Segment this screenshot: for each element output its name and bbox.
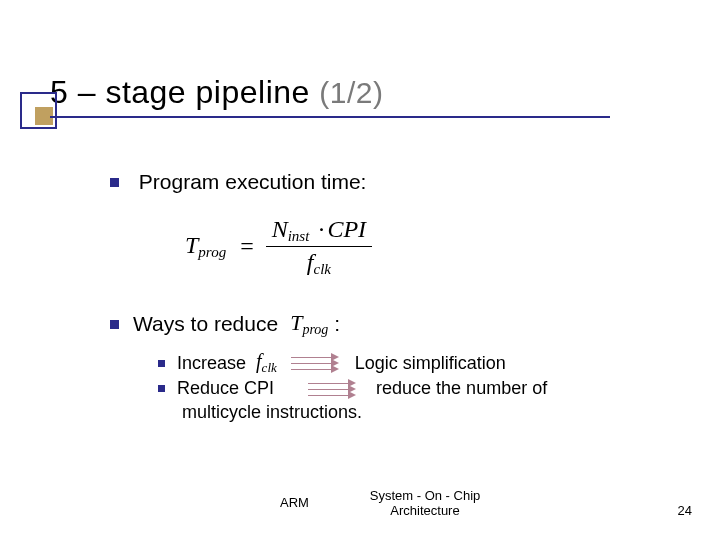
footer-left: ARM — [280, 495, 309, 510]
title-main: 5 – stage pipeline — [50, 74, 310, 110]
bullet-marker-icon — [110, 178, 119, 187]
page-number: 24 — [678, 503, 692, 518]
inline-tprog: Tprog — [290, 310, 328, 338]
sub2-line2: multicycle instructions. — [182, 402, 362, 422]
inline-T-sub: prog — [302, 322, 328, 337]
inline-fclk: fclk — [256, 350, 277, 376]
sub2-pre: Reduce CPI — [177, 378, 274, 399]
sub-text-pre: Increase — [177, 353, 246, 374]
slide-title: 5 – stage pipeline (1/2) — [50, 74, 383, 111]
arrow-icon — [304, 379, 362, 399]
sub2-post: reduce the number of — [376, 378, 547, 399]
bullet-marker-icon — [158, 360, 165, 367]
eq-N-sub: inst — [288, 228, 310, 244]
eq-sign: = — [240, 233, 254, 260]
bullet-marker-icon — [110, 320, 119, 329]
eq-T: T — [185, 232, 198, 258]
bullet-ways-reduce: Ways to reduce Tprog : — [110, 310, 340, 338]
eq-fraction: Ninst ·CPI fclk — [266, 215, 372, 278]
sub-text-post: Logic simplification — [355, 353, 506, 374]
inline-f-sub: clk — [262, 360, 277, 375]
subbullet-increase-fclk: Increase fclk Logic simplification — [158, 350, 506, 376]
bullet-program-exec: Program execution time: — [110, 170, 366, 194]
slide: 5 – stage pipeline (1/2) Program executi… — [0, 0, 720, 540]
eq-numerator: Ninst ·CPI — [266, 215, 372, 245]
title-sub: (1/2) — [319, 76, 383, 109]
eq-denominator: fclk — [301, 248, 337, 278]
eq-N: N — [272, 216, 288, 242]
title-block: 5 – stage pipeline (1/2) — [50, 74, 383, 111]
bullet-text-prefix: Ways to reduce — [133, 312, 278, 336]
eq-cpi: CPI — [327, 216, 366, 242]
footer-center: System - On - Chip Architecture — [345, 488, 505, 518]
equation-tprog: Tprog = Ninst ·CPI fclk — [185, 215, 372, 278]
footer-line2: Architecture — [345, 503, 505, 518]
eq-f-sub: clk — [313, 261, 330, 277]
arrow-icon — [287, 353, 345, 373]
eq-dot: · — [318, 216, 324, 242]
footer-line1: System - On - Chip — [345, 488, 505, 503]
eq-T-sub: prog — [198, 244, 226, 260]
subbullet-reduce-cpi-cont: multicycle instructions. — [182, 402, 362, 423]
subbullet-reduce-cpi: Reduce CPI reduce the number of — [158, 378, 547, 399]
fraction-bar — [266, 246, 372, 247]
equation-lhs: Tprog — [185, 232, 226, 261]
inline-T: T — [290, 310, 302, 335]
bullet-text: Program execution time: — [139, 170, 367, 193]
title-underline — [50, 116, 610, 118]
bullet-text-suffix: : — [334, 312, 340, 336]
bullet-marker-icon — [158, 385, 165, 392]
